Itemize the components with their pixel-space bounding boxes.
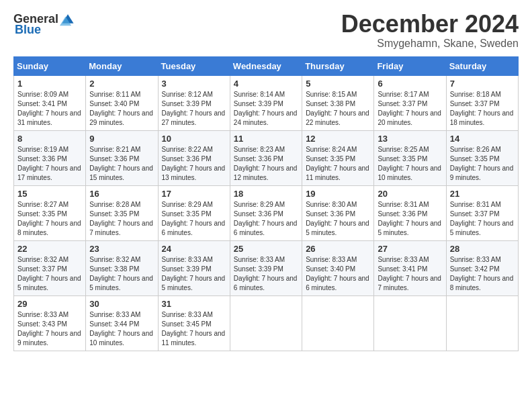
calendar-cell: 22Sunrise: 8:32 AMSunset: 3:37 PMDayligh… xyxy=(14,240,86,295)
day-number: 12 xyxy=(306,134,370,144)
day-number: 1 xyxy=(17,79,82,89)
day-info: Sunrise: 8:11 AMSunset: 3:40 PMDaylight:… xyxy=(89,90,154,128)
day-number: 21 xyxy=(450,189,515,199)
day-info: Sunrise: 8:33 AMSunset: 3:43 PMDaylight:… xyxy=(17,310,82,348)
calendar-cell: 21Sunrise: 8:31 AMSunset: 3:37 PMDayligh… xyxy=(446,185,518,240)
day-number: 13 xyxy=(378,134,442,144)
calendar-cell: 7Sunrise: 8:18 AMSunset: 3:37 PMDaylight… xyxy=(446,75,518,130)
day-info: Sunrise: 8:33 AMSunset: 3:39 PMDaylight:… xyxy=(234,255,298,293)
day-number: 10 xyxy=(162,134,226,144)
calendar-cell: 20Sunrise: 8:31 AMSunset: 3:36 PMDayligh… xyxy=(374,185,446,240)
day-info: Sunrise: 8:28 AMSunset: 3:35 PMDaylight:… xyxy=(89,200,154,238)
calendar-cell: 1Sunrise: 8:09 AMSunset: 3:41 PMDaylight… xyxy=(14,75,86,130)
day-info: Sunrise: 8:27 AMSunset: 3:35 PMDaylight:… xyxy=(17,200,82,238)
calendar-cell: 5Sunrise: 8:15 AMSunset: 3:38 PMDaylight… xyxy=(302,75,374,130)
day-number: 25 xyxy=(234,244,298,254)
day-number: 24 xyxy=(162,244,226,254)
logo: General Blue xyxy=(13,11,76,37)
day-info: Sunrise: 8:25 AMSunset: 3:35 PMDaylight:… xyxy=(378,145,442,183)
calendar-cell xyxy=(302,295,374,351)
day-info: Sunrise: 8:31 AMSunset: 3:36 PMDaylight:… xyxy=(378,200,442,238)
day-number: 5 xyxy=(306,79,370,89)
calendar-cell: 11Sunrise: 8:23 AMSunset: 3:36 PMDayligh… xyxy=(230,130,302,185)
calendar-cell: 29Sunrise: 8:33 AMSunset: 3:43 PMDayligh… xyxy=(14,295,86,351)
day-info: Sunrise: 8:33 AMSunset: 3:39 PMDaylight:… xyxy=(162,255,226,293)
day-number: 16 xyxy=(89,189,154,199)
calendar-cell: 23Sunrise: 8:32 AMSunset: 3:38 PMDayligh… xyxy=(86,240,158,295)
calendar-cell xyxy=(230,295,302,351)
calendar-cell: 28Sunrise: 8:33 AMSunset: 3:42 PMDayligh… xyxy=(446,240,518,295)
calendar-cell: 30Sunrise: 8:33 AMSunset: 3:44 PMDayligh… xyxy=(86,295,158,351)
day-number: 4 xyxy=(234,79,298,89)
calendar-cell: 19Sunrise: 8:30 AMSunset: 3:36 PMDayligh… xyxy=(302,185,374,240)
day-info: Sunrise: 8:15 AMSunset: 3:38 PMDaylight:… xyxy=(306,90,370,128)
day-info: Sunrise: 8:26 AMSunset: 3:35 PMDaylight:… xyxy=(450,145,515,183)
calendar-cell xyxy=(446,295,518,351)
day-number: 31 xyxy=(162,299,226,309)
calendar-cell: 24Sunrise: 8:33 AMSunset: 3:39 PMDayligh… xyxy=(158,240,230,295)
calendar-cell: 4Sunrise: 8:14 AMSunset: 3:39 PMDaylight… xyxy=(230,75,302,130)
logo-blue-text: Blue xyxy=(15,23,41,37)
header-thursday: Thursday xyxy=(302,56,374,75)
day-number: 6 xyxy=(378,79,442,89)
header-wednesday: Wednesday xyxy=(230,56,302,75)
calendar-cell: 13Sunrise: 8:25 AMSunset: 3:35 PMDayligh… xyxy=(374,130,446,185)
day-info: Sunrise: 8:29 AMSunset: 3:36 PMDaylight:… xyxy=(234,200,298,238)
day-number: 11 xyxy=(234,134,298,144)
day-info: Sunrise: 8:33 AMSunset: 3:42 PMDaylight:… xyxy=(450,255,515,293)
day-number: 8 xyxy=(17,134,82,144)
calendar-cell: 8Sunrise: 8:19 AMSunset: 3:36 PMDaylight… xyxy=(14,130,86,185)
calendar-cell: 17Sunrise: 8:29 AMSunset: 3:35 PMDayligh… xyxy=(158,185,230,240)
calendar-cell: 6Sunrise: 8:17 AMSunset: 3:37 PMDaylight… xyxy=(374,75,446,130)
header-sunday: Sunday xyxy=(14,56,86,75)
header-tuesday: Tuesday xyxy=(158,56,230,75)
week-row-5: 29Sunrise: 8:33 AMSunset: 3:43 PMDayligh… xyxy=(14,295,519,351)
title-area: December 2024 Smygehamn, Skane, Sweden xyxy=(341,11,519,50)
day-info: Sunrise: 8:33 AMSunset: 3:40 PMDaylight:… xyxy=(306,255,370,293)
header-friday: Friday xyxy=(374,56,446,75)
day-number: 17 xyxy=(162,189,226,199)
header: General Blue December 2024 Smygehamn, Sk… xyxy=(13,11,519,50)
calendar-cell: 9Sunrise: 8:21 AMSunset: 3:36 PMDaylight… xyxy=(86,130,158,185)
header-row: SundayMondayTuesdayWednesdayThursdayFrid… xyxy=(14,56,519,75)
calendar-cell: 18Sunrise: 8:29 AMSunset: 3:36 PMDayligh… xyxy=(230,185,302,240)
calendar-cell: 25Sunrise: 8:33 AMSunset: 3:39 PMDayligh… xyxy=(230,240,302,295)
week-row-4: 22Sunrise: 8:32 AMSunset: 3:37 PMDayligh… xyxy=(14,240,519,295)
day-number: 19 xyxy=(306,189,370,199)
calendar-cell: 16Sunrise: 8:28 AMSunset: 3:35 PMDayligh… xyxy=(86,185,158,240)
day-number: 15 xyxy=(17,189,82,199)
day-number: 14 xyxy=(450,134,515,144)
day-number: 2 xyxy=(89,79,154,89)
day-info: Sunrise: 8:32 AMSunset: 3:37 PMDaylight:… xyxy=(17,255,82,293)
day-number: 7 xyxy=(450,79,515,89)
day-info: Sunrise: 8:09 AMSunset: 3:41 PMDaylight:… xyxy=(17,90,82,128)
day-info: Sunrise: 8:23 AMSunset: 3:36 PMDaylight:… xyxy=(234,145,298,183)
calendar-table: SundayMondayTuesdayWednesdayThursdayFrid… xyxy=(13,56,519,351)
calendar-cell: 3Sunrise: 8:12 AMSunset: 3:39 PMDaylight… xyxy=(158,75,230,130)
location-title: Smygehamn, Skane, Sweden xyxy=(341,38,519,50)
day-info: Sunrise: 8:24 AMSunset: 3:35 PMDaylight:… xyxy=(306,145,370,183)
day-info: Sunrise: 8:14 AMSunset: 3:39 PMDaylight:… xyxy=(234,90,298,128)
calendar-cell: 2Sunrise: 8:11 AMSunset: 3:40 PMDaylight… xyxy=(86,75,158,130)
logo-icon xyxy=(60,11,76,27)
day-info: Sunrise: 8:21 AMSunset: 3:36 PMDaylight:… xyxy=(89,145,154,183)
day-number: 3 xyxy=(162,79,226,89)
day-info: Sunrise: 8:33 AMSunset: 3:41 PMDaylight:… xyxy=(378,255,442,293)
day-number: 23 xyxy=(89,244,154,254)
header-saturday: Saturday xyxy=(446,56,518,75)
day-info: Sunrise: 8:12 AMSunset: 3:39 PMDaylight:… xyxy=(162,90,226,128)
day-number: 9 xyxy=(89,134,154,144)
week-row-1: 1Sunrise: 8:09 AMSunset: 3:41 PMDaylight… xyxy=(14,75,519,130)
day-info: Sunrise: 8:29 AMSunset: 3:35 PMDaylight:… xyxy=(162,200,226,238)
day-number: 26 xyxy=(306,244,370,254)
week-row-2: 8Sunrise: 8:19 AMSunset: 3:36 PMDaylight… xyxy=(14,130,519,185)
day-info: Sunrise: 8:22 AMSunset: 3:36 PMDaylight:… xyxy=(162,145,226,183)
day-info: Sunrise: 8:18 AMSunset: 3:37 PMDaylight:… xyxy=(450,90,515,128)
day-info: Sunrise: 8:30 AMSunset: 3:36 PMDaylight:… xyxy=(306,200,370,238)
day-info: Sunrise: 8:33 AMSunset: 3:45 PMDaylight:… xyxy=(162,310,226,348)
day-number: 27 xyxy=(378,244,442,254)
calendar-cell: 15Sunrise: 8:27 AMSunset: 3:35 PMDayligh… xyxy=(14,185,86,240)
day-number: 28 xyxy=(450,244,515,254)
month-title: December 2024 xyxy=(341,11,519,38)
calendar-cell: 10Sunrise: 8:22 AMSunset: 3:36 PMDayligh… xyxy=(158,130,230,185)
